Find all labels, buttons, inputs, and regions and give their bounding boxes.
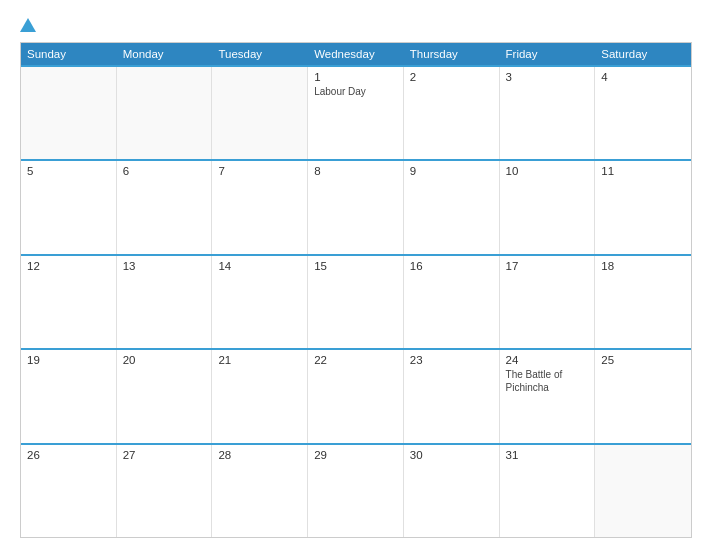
day-header-tuesday: Tuesday	[212, 43, 308, 65]
calendar-page: SundayMondayTuesdayWednesdayThursdayFrid…	[0, 0, 712, 550]
day-cell: 30	[404, 445, 500, 537]
day-cell	[117, 67, 213, 159]
day-cell: 9	[404, 161, 500, 253]
day-number: 29	[314, 449, 397, 461]
calendar-grid: SundayMondayTuesdayWednesdayThursdayFrid…	[20, 42, 692, 538]
day-cell: 13	[117, 256, 213, 348]
day-number: 20	[123, 354, 206, 366]
day-header-thursday: Thursday	[404, 43, 500, 65]
day-cell: 5	[21, 161, 117, 253]
day-cell: 2	[404, 67, 500, 159]
day-number: 14	[218, 260, 301, 272]
day-number: 25	[601, 354, 685, 366]
day-cell: 27	[117, 445, 213, 537]
week-row-2: 567891011	[21, 159, 691, 253]
day-number: 28	[218, 449, 301, 461]
day-cell: 31	[500, 445, 596, 537]
day-number: 5	[27, 165, 110, 177]
day-cell: 14	[212, 256, 308, 348]
day-cell	[21, 67, 117, 159]
day-cell	[212, 67, 308, 159]
day-number: 12	[27, 260, 110, 272]
day-number: 16	[410, 260, 493, 272]
day-cell: 23	[404, 350, 500, 442]
day-number: 1	[314, 71, 397, 83]
day-cell: 28	[212, 445, 308, 537]
event-label: The Battle of Pichincha	[506, 368, 589, 394]
day-cell: 7	[212, 161, 308, 253]
day-cell: 22	[308, 350, 404, 442]
day-number: 17	[506, 260, 589, 272]
day-number: 18	[601, 260, 685, 272]
day-cell: 24The Battle of Pichincha	[500, 350, 596, 442]
day-number: 10	[506, 165, 589, 177]
day-number: 13	[123, 260, 206, 272]
logo-triangle-icon	[20, 18, 36, 32]
day-header-friday: Friday	[500, 43, 596, 65]
day-cell: 25	[595, 350, 691, 442]
day-number: 30	[410, 449, 493, 461]
day-headers-row: SundayMondayTuesdayWednesdayThursdayFrid…	[21, 43, 691, 65]
day-cell: 10	[500, 161, 596, 253]
day-number: 23	[410, 354, 493, 366]
day-cell: 15	[308, 256, 404, 348]
day-number: 15	[314, 260, 397, 272]
day-cell: 1Labour Day	[308, 67, 404, 159]
day-cell: 11	[595, 161, 691, 253]
day-cell: 16	[404, 256, 500, 348]
day-header-monday: Monday	[117, 43, 213, 65]
day-cell: 18	[595, 256, 691, 348]
week-row-5: 262728293031	[21, 443, 691, 537]
day-number: 27	[123, 449, 206, 461]
week-row-4: 192021222324The Battle of Pichincha25	[21, 348, 691, 442]
day-cell: 6	[117, 161, 213, 253]
day-number: 21	[218, 354, 301, 366]
day-cell: 21	[212, 350, 308, 442]
day-number: 3	[506, 71, 589, 83]
day-number: 9	[410, 165, 493, 177]
logo-blue-row	[20, 18, 38, 32]
header	[20, 18, 692, 32]
weeks-container: 1Labour Day23456789101112131415161718192…	[21, 65, 691, 537]
day-cell: 19	[21, 350, 117, 442]
day-cell: 20	[117, 350, 213, 442]
day-number: 4	[601, 71, 685, 83]
day-cell: 12	[21, 256, 117, 348]
day-cell	[595, 445, 691, 537]
event-label: Labour Day	[314, 85, 397, 98]
day-number: 8	[314, 165, 397, 177]
week-row-1: 1Labour Day234	[21, 65, 691, 159]
day-number: 7	[218, 165, 301, 177]
day-number: 31	[506, 449, 589, 461]
day-number: 11	[601, 165, 685, 177]
day-number: 24	[506, 354, 589, 366]
day-cell: 29	[308, 445, 404, 537]
day-number: 6	[123, 165, 206, 177]
logo	[20, 18, 38, 32]
day-header-saturday: Saturday	[595, 43, 691, 65]
day-number: 19	[27, 354, 110, 366]
day-cell: 8	[308, 161, 404, 253]
week-row-3: 12131415161718	[21, 254, 691, 348]
day-header-wednesday: Wednesday	[308, 43, 404, 65]
day-header-sunday: Sunday	[21, 43, 117, 65]
day-cell: 17	[500, 256, 596, 348]
day-number: 26	[27, 449, 110, 461]
day-number: 22	[314, 354, 397, 366]
day-cell: 26	[21, 445, 117, 537]
day-number: 2	[410, 71, 493, 83]
day-cell: 3	[500, 67, 596, 159]
day-cell: 4	[595, 67, 691, 159]
